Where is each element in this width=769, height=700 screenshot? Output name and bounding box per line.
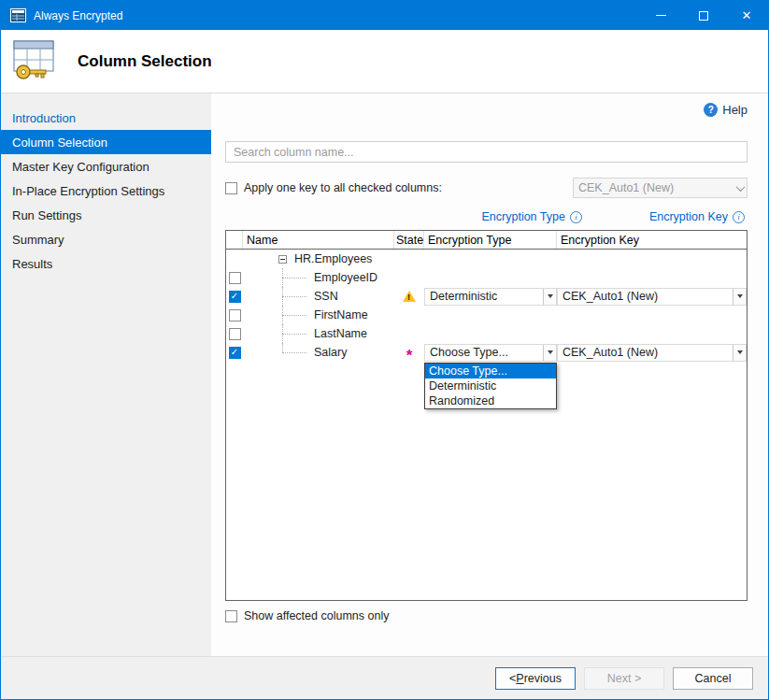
help-icon: ? [704,103,718,117]
title-bar: Always Encrypted ✕ [1,1,768,30]
state-column-header: State [394,231,424,249]
wizard-header: Column Selection [1,30,768,93]
show-affected-label: Show affected columns only [244,609,389,622]
required-asterisk-icon: * [406,347,413,365]
tree-line [282,296,306,297]
dropdown-option-deterministic[interactable]: Deterministic [425,379,556,393]
wizard-footer: < Previous Next > Cancel [1,656,768,699]
always-encrypted-window: Always Encrypted ✕ Column Selection [0,0,769,700]
table-row-ssn: SSNDeterministicCEK_Auto1 (New) [226,287,747,306]
columns-table: Name State Encryption Type Encryption Ke… [225,230,748,601]
apply-one-key-checkbox[interactable] [225,182,237,194]
chevron-down-icon[interactable] [733,289,746,305]
search-input[interactable] [225,141,748,163]
maximize-icon [699,11,708,21]
checkbox-column-header [226,231,243,249]
table-row-employeeid: EmployeeID [226,268,747,287]
encrypted-table-icon [10,38,59,85]
column-name: LastName [314,327,367,340]
window-controls: ✕ [639,1,768,30]
column-name: FirstName [314,308,368,321]
encryption-key-combo-value: CEK_Auto1 (New) [558,346,658,359]
maximize-button[interactable] [682,1,725,30]
window-title: Always Encrypted [34,9,122,22]
cancel-button[interactable]: Cancel [673,667,753,690]
sidebar-item-master-key-configuration[interactable]: Master Key Configuration [1,154,211,179]
column-name: HR.Employees [294,252,372,265]
next-button: Next > [584,667,664,690]
table-row-salary: Salary*Choose Type...CEK_Auto1 (New) [226,343,747,362]
previous-label-key: P [516,672,523,685]
sidebar-item-column-selection[interactable]: Column Selection [1,130,211,154]
tree-collapse-icon[interactable] [278,255,287,264]
row-checkbox[interactable] [229,347,241,359]
row-checkbox[interactable] [229,291,241,303]
minimize-icon [656,15,666,16]
info-icon[interactable]: i [733,211,745,223]
apply-key-value: CEK_Auto1 (New) [574,181,674,194]
wizard-steps-sidebar: IntroductionColumn SelectionMaster Key C… [1,93,211,656]
chevron-down-icon [733,179,747,197]
encryption-type-combo[interactable]: Deterministic [424,288,557,306]
tree-line [282,315,306,316]
minimize-button[interactable] [639,1,682,30]
column-name: Salary [314,346,347,359]
app-icon [10,8,26,22]
warning-icon [403,291,416,302]
encryption-key-link[interactable]: Encryption Key [649,210,728,223]
row-checkbox[interactable] [229,272,241,284]
table-row-lastname: LastName [226,324,747,343]
encryption-type-link[interactable]: Encryption Type [482,210,565,223]
close-button[interactable]: ✕ [725,1,768,30]
tree-line [282,343,283,352]
encryption-type-combo-value: Choose Type... [425,346,508,359]
table-header: Name State Encryption Type Encryption Ke… [226,231,747,250]
encryption-key-combo-value: CEK_Auto1 (New) [558,290,658,303]
apply-one-key-label: Apply one key to all checked columns: [244,181,442,194]
column-name: SSN [314,290,338,303]
encryption-type-column-header: Encryption Type [424,231,557,249]
help-label: Help [722,103,748,117]
table-row-hr-employees: HR.Employees [226,250,747,268]
dropdown-option-choose-type-[interactable]: Choose Type... [425,364,556,379]
apply-key-combo: CEK_Auto1 (New) [573,178,748,198]
tree-line [282,352,306,353]
encryption-key-column-header: Encryption Key [557,231,747,249]
chevron-down-icon[interactable] [733,345,746,361]
sidebar-item-run-settings[interactable]: Run Settings [1,203,211,227]
column-name: EmployeeID [314,271,377,284]
page-title: Column Selection [78,52,212,71]
show-affected-checkbox[interactable] [225,610,237,622]
table-row-firstname: FirstName [226,306,747,324]
previous-label-post: revious [524,672,562,685]
sidebar-item-results[interactable]: Results [1,251,211,276]
previous-label-pre: < [509,672,516,685]
tree-line [282,278,306,279]
sidebar-item-summary[interactable]: Summary [1,227,211,251]
help-link[interactable]: ? Help [225,103,748,117]
encryption-type-combo-value: Deterministic [425,290,497,303]
type-dropdown: Choose Type...DeterministicRandomized [424,363,557,409]
name-column-header: Name [243,231,394,249]
info-icon[interactable]: i [570,211,582,223]
close-icon: ✕ [742,8,752,22]
row-checkbox[interactable] [229,328,241,340]
chevron-down-icon[interactable] [543,345,556,361]
row-checkbox[interactable] [229,309,241,321]
encryption-type-combo[interactable]: Choose Type... [424,344,557,362]
sidebar-item-in-place-encryption-settings[interactable]: In-Place Encryption Settings [1,179,211,203]
tree-line [282,334,306,335]
table-body: HR.EmployeesEmployeeIDSSNDeterministicCE… [226,250,747,362]
dropdown-option-randomized[interactable]: Randomized [425,393,556,408]
chevron-down-icon[interactable] [543,289,556,305]
sidebar-item-introduction[interactable]: Introduction [1,106,211,130]
previous-button[interactable]: < Previous [495,667,576,690]
column-selection-panel: ? Help Apply one key to all checked colu… [211,93,769,656]
encryption-key-combo[interactable]: CEK_Auto1 (New) [557,344,747,362]
encryption-key-combo[interactable]: CEK_Auto1 (New) [557,288,747,306]
